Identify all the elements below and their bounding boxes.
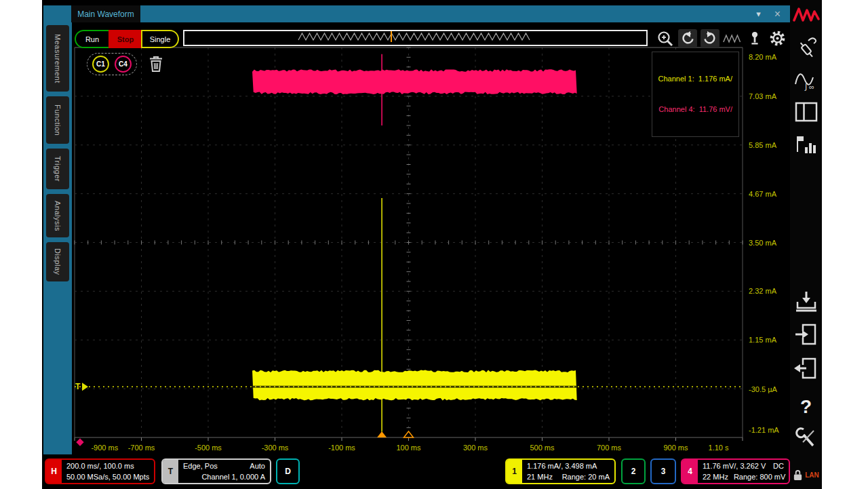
digital-channels-box[interactable]: D [276,458,300,484]
function-button[interactable]: ∫ ∞ [790,69,822,91]
settings-button[interactable] [768,29,787,47]
utilities-button[interactable] [790,426,822,450]
channel1-wave-button[interactable]: C1 [92,56,109,73]
y-axis-label: 8.20 mA [749,53,777,61]
channel1-scale-offset-text: 1.176 mA/, 3.498 mA [527,461,610,471]
channel3-settings-box[interactable]: 3 [650,458,676,484]
horizontal-key-label: H [46,460,62,483]
undo-icon [679,31,696,47]
probe-setup-button[interactable] [745,29,764,47]
channel1-settings-box[interactable]: 1 1.176 mA/, 3.498 mA 21 MHz Range: 20 m… [505,458,616,484]
channel1-range-text: Range: 20 mA [562,471,610,482]
single-button[interactable]: Single [141,30,179,48]
channel4-bandwidth-text: 22 MHz [703,471,728,482]
analysis-histogram-button[interactable] [790,134,822,157]
recall-file-button[interactable] [790,323,822,346]
sidebar-tab-function[interactable]: Function [46,96,69,144]
function-waveform-icon: ∫ ∞ [794,69,818,91]
channel4-settings-box[interactable]: 4 11.76 mV/, 3.262 V DC 22 MHz Range: 80… [681,458,790,484]
status-bar: H 200.0 ms/, 100.0 ms 50.00 MSa/s, 50.00… [43,454,790,489]
channel-4-noise-band [252,69,577,94]
y-axis-label: 4.67 mA [749,190,777,198]
redo-icon [702,31,718,47]
save-button[interactable] [790,290,822,313]
y-axis-label: 7.03 mA [749,92,777,100]
sidebar-tab-measurement[interactable]: Measurement [46,25,69,92]
x-axis-label: 700 ms [597,444,622,452]
trigger-source-text: Channel 1, 0.000 A [201,471,265,482]
magnifier-zoom-icon [656,30,674,47]
timebase-scale-text: 200.0 ms/, 100.0 ms [66,461,149,471]
x-axis-label: -300 ms [262,444,289,452]
probe-pin-icon [747,31,762,47]
run-button[interactable]: Run [75,30,110,48]
channel4-range-text: Range: 800 mV [734,471,785,482]
waveform-intensity-button[interactable] [723,29,742,47]
timebase-overview-bar[interactable] [183,30,648,46]
horizontal-settings-box[interactable]: H 200.0 ms/, 100.0 ms 50.00 MSa/s, 50.00… [45,458,155,484]
titlebar: Main Waveform ▾ × [43,5,790,22]
channel2-key-label: 2 [631,467,636,476]
overview-waveform-icon [184,31,644,42]
y-axis-label: -1.21 mA [749,426,779,434]
plot-toolbar [656,29,787,47]
y-axis-label: 5.85 mA [749,141,777,149]
channel1-key-label: 1 [507,460,522,483]
titlebar-controls: ▾ × [756,5,790,22]
right-sidebar: ∫ ∞ [790,0,822,489]
main-waveform-tab[interactable]: Main Waveform [71,5,140,22]
channel4-offset-marker [76,438,83,446]
window-close-icon[interactable]: × [774,9,781,20]
file-import-icon [794,323,818,346]
channel-1-noise-band [252,370,577,400]
svg-text:∞: ∞ [809,83,814,91]
export-file-button[interactable] [790,357,822,380]
stop-button[interactable]: Stop [108,30,142,48]
trash-icon [149,55,163,73]
channel4-key-label: 4 [682,460,698,483]
logo-waveform-icon [793,5,820,24]
trigger-level-marker: T [75,382,81,391]
wave-button-group: C1 C4 [87,53,137,75]
delete-wave-button[interactable] [149,55,163,75]
y-axis-label: 1.15 mA [749,336,777,344]
horizontal-reference-marker [404,431,414,437]
trigger-sweep-text: Auto [250,461,265,471]
probe-config-button[interactable] [790,35,822,61]
redo-button[interactable] [701,29,719,47]
window-layout-button[interactable] [790,102,822,123]
sidebar-tab-trigger[interactable]: Trigger [46,149,69,189]
x-axis-label: 1.10 s [709,444,729,452]
sample-rate-text: 50.00 MSa/s, 50.00 Mpts [66,471,149,482]
trigger-time-marker [377,431,387,437]
gear-icon [768,29,787,47]
lan-status-indicator: LAN [790,469,822,481]
window-menu-chevron-icon[interactable]: ▾ [756,9,761,18]
channel4-wave-button[interactable]: C4 [115,56,132,73]
lock-icon [793,469,803,481]
svg-text:∫: ∫ [804,81,808,91]
sidebar-tab-display[interactable]: Display [46,242,69,281]
x-axis-label: -100 ms [328,444,355,452]
sidebar-tab-analysis[interactable]: Analysis [46,194,69,237]
probe-icon [795,35,818,61]
x-axis-label: -500 ms [195,444,222,452]
channel2-settings-box[interactable]: 2 [621,458,646,484]
y-axis-label: 3.50 mA [749,239,777,247]
undo-button[interactable] [678,29,697,47]
channel1-bandwidth-text: 21 MHz [527,471,553,482]
trigger-settings-box[interactable]: T Edge, Pos Auto Channel 1, 0.000 A [161,458,271,484]
zoom-button[interactable] [656,29,675,47]
trigger-key-label: T [163,460,178,483]
y-axis-label: -30.5 µA [749,385,777,393]
split-layout-icon [795,102,818,123]
lan-label: LAN [805,471,819,479]
oscilloscope-app: Main Waveform ▾ × Measurement Function T… [42,0,822,489]
x-axis-label: 500 ms [530,444,555,452]
x-axis-label: 900 ms [663,444,688,452]
help-button[interactable]: ? [790,396,822,418]
help-icon: ? [800,396,812,418]
channel3-key-label: 3 [661,467,666,476]
y-axis-label: 2.32 mA [749,287,777,295]
file-export-icon [794,357,818,380]
